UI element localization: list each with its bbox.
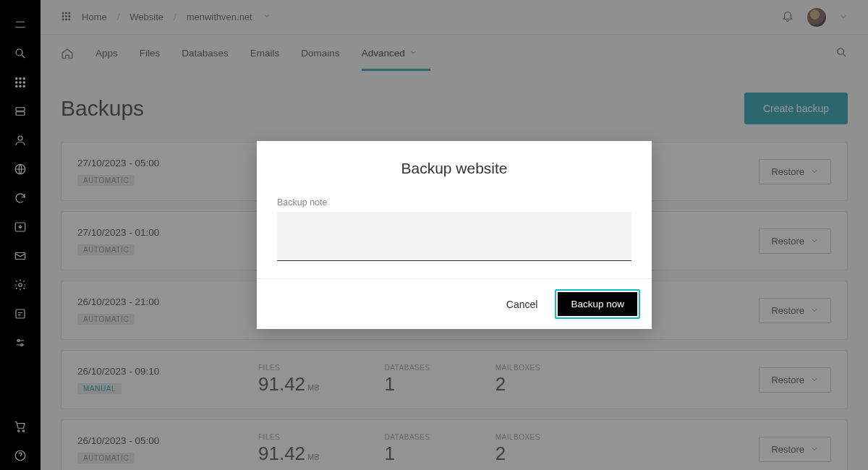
svg-point-7 (16, 85, 17, 87)
settings-sliders-icon[interactable] (12, 334, 29, 351)
svg-point-12 (18, 136, 22, 140)
backup-note-input[interactable] (277, 212, 631, 261)
svg-point-1 (16, 78, 17, 80)
cart-icon[interactable] (12, 418, 29, 435)
backup-now-button[interactable]: Backup now (558, 292, 637, 316)
svg-rect-11 (16, 112, 25, 116)
modal-overlay[interactable]: Backup website Backup note Cancel Backup… (41, 0, 868, 470)
main-area: Home / Website / menwithven.net Apps Fil… (41, 0, 868, 470)
sync-icon[interactable] (12, 189, 29, 207)
server-icon[interactable] (12, 103, 29, 120)
search-icon[interactable] (12, 45, 29, 62)
svg-point-2 (20, 78, 21, 80)
svg-point-3 (23, 78, 25, 80)
svg-point-5 (20, 82, 21, 83)
icon-sidebar (0, 0, 41, 470)
import-icon[interactable] (12, 218, 29, 236)
backup-note-label: Backup note (277, 197, 631, 208)
backup-modal: Backup website Backup note Cancel Backup… (257, 141, 652, 329)
svg-point-20 (18, 430, 20, 432)
cancel-button[interactable]: Cancel (502, 293, 542, 316)
svg-point-9 (23, 85, 25, 87)
svg-point-6 (23, 82, 25, 83)
svg-point-21 (22, 430, 24, 432)
help-icon[interactable] (12, 447, 29, 464)
svg-point-0 (16, 49, 22, 56)
mail-icon[interactable] (12, 247, 29, 265)
svg-point-8 (20, 85, 21, 87)
globe-icon[interactable] (12, 161, 29, 178)
gear-icon[interactable] (12, 276, 29, 294)
svg-point-16 (19, 283, 22, 287)
user-icon[interactable] (12, 132, 29, 149)
svg-rect-10 (16, 108, 25, 111)
modal-title: Backup website (277, 160, 631, 177)
svg-point-4 (16, 82, 17, 83)
billing-icon[interactable] (12, 305, 29, 322)
menu-icon[interactable] (12, 16, 29, 33)
svg-rect-15 (15, 253, 25, 260)
svg-rect-17 (16, 309, 25, 318)
apps-grid-icon[interactable] (12, 74, 29, 91)
